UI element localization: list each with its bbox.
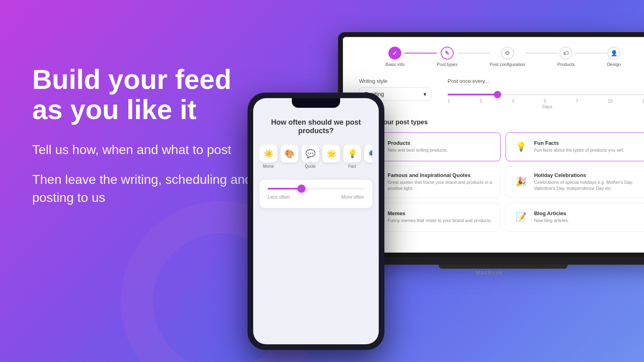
writing-style-label: Writing style xyxy=(359,78,431,84)
slider-labels: 1 2 3 5 7 10 14 xyxy=(448,99,644,103)
step-post-types[interactable]: ✎ Post types xyxy=(437,47,457,67)
phone-chip-icon: 🌟 xyxy=(322,145,340,162)
slider-tick-5: 5 xyxy=(544,99,546,103)
phone-chips: ☀️ Mome 🎨 💬 Quote 🌟 xyxy=(260,145,372,170)
slider-unit: Days xyxy=(448,104,644,109)
step-post-config-circle: ⚙ xyxy=(501,47,514,60)
phone-frequency-slider[interactable]: Less often More often xyxy=(260,180,372,208)
step-post-config-icon: ⚙ xyxy=(505,50,510,56)
phone-slider-track xyxy=(268,188,364,189)
post-types-section: Select your post types 🛍️ Products New a… xyxy=(359,119,644,232)
app-ui: ✓ Basic info ✎ Post types xyxy=(343,37,644,253)
post-type-memes-name: Memes xyxy=(388,210,492,216)
phone-frame: How often should we post products? ☀️ Mo… xyxy=(248,93,384,350)
step-products-icon: 🏷 xyxy=(563,50,569,56)
step-design-circle: 👤 xyxy=(607,47,620,60)
step-post-types-circle: ✎ xyxy=(441,47,454,60)
phone-chip-icon: 💬 xyxy=(301,145,319,162)
chevron-down-icon: ▾ xyxy=(423,91,426,97)
list-item[interactable]: 🌟 xyxy=(322,145,340,169)
post-type-blog-info: Blog Articles New blog articles. xyxy=(534,210,569,224)
list-item[interactable]: 🎭 xyxy=(364,145,372,169)
step-line-3 xyxy=(525,53,557,53)
stepper: ✓ Basic info ✎ Post types xyxy=(343,37,644,73)
hero-title: Build your feed as you like it xyxy=(32,64,258,125)
step-basic-info[interactable]: ✓ Basic info xyxy=(386,47,405,67)
post-type-holiday-info: Holiday Celebrations Celebrations of spe… xyxy=(534,172,640,192)
phone-chip-icon: 🎨 xyxy=(281,145,298,162)
step-post-config-label: Post configuration xyxy=(490,62,525,67)
post-type-holiday[interactable]: 🎉 Holiday Celebrations Celebrations of s… xyxy=(506,166,644,198)
step-design-label: Design xyxy=(607,62,621,67)
post-type-blog[interactable]: 📝 Blog Articles New blog articles. xyxy=(506,203,644,232)
post-type-products-name: Products xyxy=(388,140,448,146)
post-type-holiday-desc: Celebrations of special holidays e.g. Mo… xyxy=(534,179,640,192)
post-type-blog-name: Blog Articles xyxy=(534,210,569,216)
list-item[interactable]: 🎨 xyxy=(281,145,298,169)
phone-chip-icon: ☀️ xyxy=(260,145,277,162)
step-products-circle: 🏷 xyxy=(559,47,572,60)
phone-slider-range-labels: Less often More often xyxy=(268,194,364,200)
post-frequency-group: Post once every... 1 2 3 xyxy=(448,78,644,109)
step-basic-info-circle: ✓ xyxy=(388,47,401,60)
laptop-foot xyxy=(439,265,568,269)
phone-chip-label: Mome xyxy=(263,164,274,169)
laptop-screen-inner: ✓ Basic info ✎ Post types xyxy=(343,37,644,253)
phone-outer: How often should we post products? ☀️ Mo… xyxy=(248,93,384,350)
post-type-blog-icon: 📝 xyxy=(512,209,529,226)
post-type-products-info: Products New and best selling products. xyxy=(388,140,448,153)
post-type-memes-desc: Funny memes that relate to your brand an… xyxy=(388,218,492,224)
post-type-famous-quotes-info: Famous and Inspirational Quotes Great qu… xyxy=(388,172,494,192)
step-post-types-label: Post types xyxy=(437,62,457,67)
slider-thumb[interactable] xyxy=(494,91,501,98)
phone-chip-label: Quote xyxy=(305,164,316,169)
step-line-4 xyxy=(575,53,607,53)
step-line-1 xyxy=(405,53,437,53)
hero-subtitle1: Tell us how, when and what to post xyxy=(32,141,258,159)
step-basic-info-icon: ✓ xyxy=(392,50,397,56)
post-type-memes-info: Memes Funny memes that relate to your br… xyxy=(388,210,492,224)
step-design-icon: 👤 xyxy=(611,50,617,56)
post-type-fun-facts-name: Fun Facts xyxy=(534,140,624,146)
post-type-products-desc: New and best selling products. xyxy=(388,147,448,153)
phone-notch xyxy=(292,98,340,108)
slider-track xyxy=(448,94,644,95)
slider-tick-1: 1 xyxy=(448,99,450,103)
post-frequency-label: Post once every... xyxy=(448,78,644,84)
phone-chip-icon: 🎭 xyxy=(364,145,372,162)
phone-slider-thumb[interactable] xyxy=(297,185,305,193)
list-item[interactable]: 💡 Fact xyxy=(343,145,361,169)
post-types-title: Select your post types xyxy=(359,119,644,126)
post-type-fun-facts[interactable]: 💡 Fun Facts Fun facts about the types of… xyxy=(506,132,644,161)
post-types-grid: 🛍️ Products New and best selling product… xyxy=(359,132,644,232)
post-type-holiday-name: Holiday Celebrations xyxy=(534,172,640,178)
list-item[interactable]: ☀️ Mome xyxy=(260,145,277,169)
step-products[interactable]: 🏷 Products xyxy=(557,47,575,67)
phone-slider-less-label: Less often xyxy=(268,194,290,200)
step-products-label: Products xyxy=(557,62,575,67)
hero-subtitle2: Then leave the writing, scheduling and p… xyxy=(32,171,258,207)
slider-tick-3: 3 xyxy=(512,99,514,103)
phone-question: How often should we post products? xyxy=(260,118,372,135)
list-item[interactable]: 💬 Quote xyxy=(301,145,319,169)
hero-section: Build your feed as you like it Tell us h… xyxy=(32,64,258,207)
step-design[interactable]: 👤 Design xyxy=(607,47,621,67)
phone-slider-fill xyxy=(268,188,301,189)
step-line-2 xyxy=(458,53,490,53)
slider-tick-7: 7 xyxy=(576,99,578,103)
step-post-config[interactable]: ⚙ Post configuration xyxy=(490,47,525,67)
macbook-label: MacBook xyxy=(476,269,503,276)
post-type-famous-quotes-name: Famous and Inspirational Quotes xyxy=(388,172,494,178)
step-basic-info-label: Basic info xyxy=(386,62,405,67)
slider-tick-14: 14 xyxy=(642,99,644,103)
step-post-types-icon: ✎ xyxy=(445,50,450,56)
controls-row: Writing style Exciting ▾ Post once every… xyxy=(359,78,644,109)
slider-tick-10: 10 xyxy=(608,99,613,103)
phone-screen: How often should we post products? ☀️ Mo… xyxy=(253,98,379,344)
phone-chip-icon: 💡 xyxy=(343,145,361,162)
post-type-fun-facts-desc: Fun facts about the types of products yo… xyxy=(534,147,624,153)
content-area: Writing style Exciting ▾ Post once every… xyxy=(343,73,644,249)
post-frequency-slider[interactable]: 1 2 3 5 7 10 14 Days xyxy=(448,87,644,109)
phone-slider-more-label: More often xyxy=(341,194,364,200)
slider-tick-2: 2 xyxy=(480,99,482,103)
